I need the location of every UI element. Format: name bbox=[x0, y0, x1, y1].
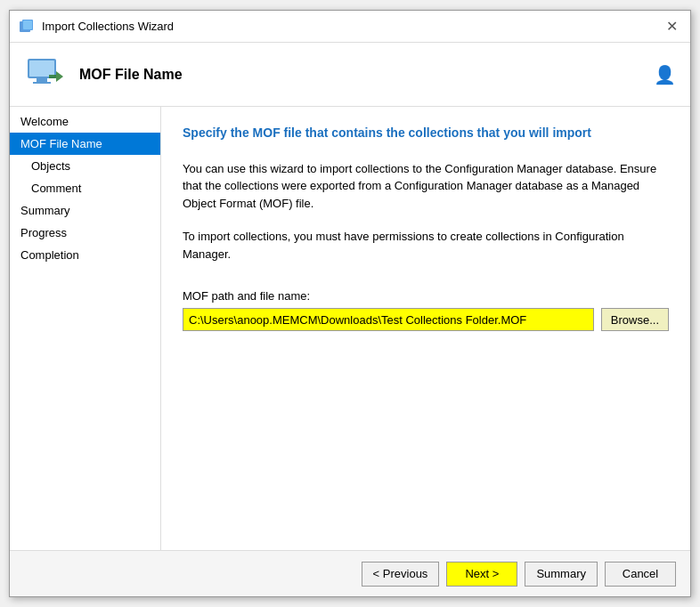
mof-path-input[interactable] bbox=[183, 308, 594, 331]
next-button[interactable]: Next > bbox=[446, 562, 517, 587]
wizard-window: Import Collections Wizard ✕ MOF File Nam… bbox=[9, 10, 691, 597]
title-bar-text: Import Collections Wizard bbox=[42, 20, 663, 33]
close-icon[interactable]: ✕ bbox=[663, 20, 681, 34]
sidebar-item-progress[interactable]: Progress bbox=[10, 222, 160, 244]
sidebar-item-summary[interactable]: Summary bbox=[10, 199, 160, 222]
content-area: Welcome MOF File Name Objects Comment Su… bbox=[10, 107, 690, 550]
sidebar-item-objects[interactable]: Objects bbox=[10, 155, 160, 177]
wizard-icon bbox=[19, 19, 35, 35]
sidebar-item-mof-file-name[interactable]: MOF File Name bbox=[10, 133, 160, 155]
previous-button[interactable]: < Previous bbox=[362, 562, 440, 587]
user-icon: 👤 bbox=[654, 64, 676, 85]
browse-button[interactable]: Browse... bbox=[601, 308, 669, 331]
header-title: MOF File Name bbox=[79, 67, 654, 83]
description-1: You can use this wizard to import collec… bbox=[183, 160, 669, 213]
svg-rect-4 bbox=[29, 61, 54, 77]
svg-rect-6 bbox=[33, 82, 51, 84]
sidebar-item-welcome[interactable]: Welcome bbox=[10, 110, 160, 133]
sidebar-item-comment[interactable]: Comment bbox=[10, 177, 160, 199]
svg-rect-2 bbox=[23, 20, 32, 29]
footer: < Previous Next > Summary Cancel bbox=[10, 550, 690, 596]
header-icon bbox=[24, 53, 67, 96]
summary-button[interactable]: Summary bbox=[525, 562, 598, 587]
field-row: Browse... bbox=[183, 308, 669, 331]
main-panel: Specify the MOF file that contains the c… bbox=[161, 107, 690, 550]
header-area: MOF File Name 👤 bbox=[10, 43, 690, 107]
sidebar-item-completion[interactable]: Completion bbox=[10, 244, 160, 266]
field-label: MOF path and file name: bbox=[183, 289, 669, 303]
title-bar: Import Collections Wizard ✕ bbox=[10, 11, 690, 43]
cancel-button[interactable]: Cancel bbox=[605, 562, 676, 587]
description-2: To import collections, you must have per… bbox=[183, 228, 669, 263]
svg-rect-5 bbox=[37, 78, 47, 82]
main-heading: Specify the MOF file that contains the c… bbox=[183, 125, 669, 142]
sidebar: Welcome MOF File Name Objects Comment Su… bbox=[10, 107, 161, 550]
